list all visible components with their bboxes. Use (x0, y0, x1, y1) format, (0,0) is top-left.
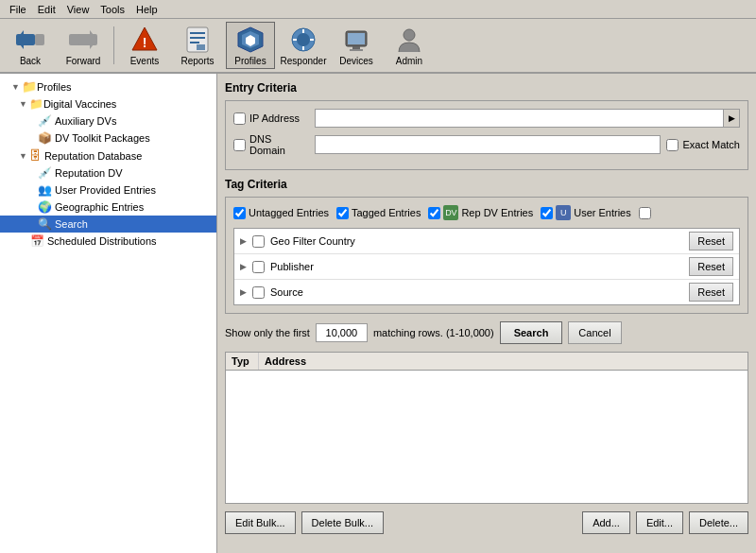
extra-checkbox[interactable] (639, 207, 651, 219)
delete-button[interactable]: Delete... (689, 511, 748, 534)
reports-button[interactable]: Reports (173, 22, 222, 69)
profiles-icon (235, 25, 266, 54)
source-checkbox[interactable] (252, 286, 265, 299)
ip-address-input[interactable] (315, 109, 723, 128)
expand-repdb[interactable]: ▼ (19, 151, 27, 161)
menu-view[interactable]: View (61, 2, 95, 17)
main-layout: ▼ 📁 Profiles ▼ 📁 Digital Vaccines 💉 Auxi… (0, 74, 756, 553)
ip-address-checkbox[interactable] (233, 112, 246, 125)
address-column-header: Address (259, 353, 747, 370)
menu-edit[interactable]: Edit (32, 2, 61, 17)
results-table: Typ Address (225, 352, 748, 504)
forward-button[interactable]: Forward (59, 22, 108, 69)
edit-bulk-button[interactable]: Edit Bulk... (225, 511, 296, 534)
reports-icon (182, 25, 213, 54)
svg-rect-9 (190, 32, 205, 34)
entry-criteria-title: Entry Criteria (225, 81, 748, 95)
tree-item-geographic[interactable]: 🌍 Geographic Entries (0, 199, 216, 216)
scheduled-label: Scheduled Distributions (47, 235, 157, 247)
ip-address-label: IP Address (249, 112, 300, 124)
tagged-checkbox[interactable] (336, 207, 349, 219)
svg-point-17 (297, 33, 310, 46)
bottom-buttons: Edit Bulk... Delete Bulk... Add... Edit.… (225, 511, 748, 534)
dns-domain-row: DNS Domain Exact Match (233, 133, 740, 156)
geo-filter-checkbox[interactable] (252, 235, 265, 248)
svg-marker-1 (16, 30, 24, 49)
events-button[interactable]: ! Events (120, 22, 169, 69)
svg-point-26 (404, 29, 415, 41)
tagged-label: Tagged Entries (352, 207, 421, 218)
user-entries-checkbox[interactable] (541, 207, 553, 219)
search-button[interactable]: Search (500, 321, 563, 344)
exact-match-checkbox[interactable] (666, 139, 679, 151)
rep-dv-checkbox[interactable] (428, 207, 440, 219)
tree-item-digital-vaccines[interactable]: ▼ 📁 Digital Vaccines (0, 95, 216, 112)
rep-dv-entries-check: DV Rep DV Entries (428, 205, 533, 220)
rep-dv-icon: DV (443, 205, 458, 220)
responder-label: Responder (281, 56, 327, 66)
tree-item-scheduled[interactable]: 📅 Scheduled Distributions (0, 233, 216, 250)
menu-help[interactable]: Help (130, 2, 163, 17)
expand-dv[interactable]: ▼ (19, 99, 27, 109)
search-prefix: Show only the first (225, 327, 310, 338)
geo-filter-reset-btn[interactable]: Reset (689, 232, 733, 251)
forward-label: Forward (66, 56, 101, 66)
tree-item-dv-toolkit[interactable]: 📦 DV Toolkit Packages (0, 130, 216, 147)
svg-rect-23 (348, 33, 365, 44)
entry-criteria-box: IP Address ▶ DNS Domain Exact Match (225, 100, 748, 170)
publisher-expand-icon[interactable]: ▶ (240, 262, 247, 271)
menu-file[interactable]: File (4, 2, 32, 17)
tree-item-user-provided[interactable]: 👥 User Provided Entries (0, 181, 216, 199)
toolbar-separator (113, 26, 114, 64)
responder-button[interactable]: Responder (279, 22, 328, 69)
svg-marker-5 (90, 30, 97, 49)
left-panel: ▼ 📁 Profiles ▼ 📁 Digital Vaccines 💉 Auxi… (0, 74, 217, 553)
source-reset-btn[interactable]: Reset (689, 283, 733, 302)
dns-domain-checkbox[interactable] (233, 139, 246, 151)
profiles-button[interactable]: Profiles (226, 22, 275, 69)
source-label: Source (270, 286, 303, 298)
ip-address-arrow-btn[interactable]: ▶ (723, 109, 740, 128)
edit-button[interactable]: Edit... (636, 511, 683, 534)
exact-match-label: Exact Match (682, 139, 740, 150)
dv-toolkit-label: DV Toolkit Packages (55, 132, 150, 144)
geographic-label: Geographic Entries (55, 201, 144, 213)
untagged-checkbox[interactable] (233, 207, 246, 219)
reputation-database-label: Reputation Database (44, 150, 142, 162)
events-icon: ! (129, 25, 160, 54)
delete-bulk-button[interactable]: Delete Bulk... (301, 511, 384, 534)
untagged-label: Untagged Entries (249, 207, 329, 218)
geo-expand-icon[interactable]: ▶ (240, 236, 247, 246)
geo-filter-label: Geo Filter Country (270, 235, 355, 247)
tree-item-reputation-database[interactable]: ▼ 🗄 Reputation Database (0, 147, 216, 164)
add-button[interactable]: Add... (582, 511, 630, 534)
menu-tools[interactable]: Tools (94, 2, 130, 17)
svg-text:!: ! (143, 35, 147, 50)
back-icon (15, 25, 45, 54)
admin-button[interactable]: Admin (385, 22, 434, 69)
auxiliary-dvs-icon: 💉 (38, 114, 52, 128)
reputation-db-icon: 🗄 (29, 148, 42, 163)
cancel-button[interactable]: Cancel (568, 321, 621, 344)
svg-rect-2 (35, 34, 44, 45)
tree-item-auxiliary-dvs[interactable]: 💉 Auxiliary DVs (0, 112, 216, 130)
tree-item-reputation-dv[interactable]: 💉 Reputation DV (0, 164, 216, 181)
expand-profiles[interactable]: ▼ (11, 82, 20, 92)
extra-check (639, 207, 651, 219)
publisher-reset-btn[interactable]: Reset (689, 257, 733, 276)
search-label: Search (55, 218, 88, 230)
untagged-entries-check: Untagged Entries (233, 207, 329, 219)
dns-domain-input[interactable] (315, 135, 661, 154)
devices-button[interactable]: Devices (332, 22, 381, 69)
svg-rect-10 (190, 37, 205, 39)
tag-criteria-title: Tag Criteria (225, 178, 748, 191)
rows-count-input[interactable] (316, 323, 368, 342)
right-panel: Entry Criteria IP Address ▶ DNS Domain (217, 74, 756, 553)
source-expand-icon[interactable]: ▶ (240, 287, 247, 297)
events-label: Events (130, 56, 160, 66)
publisher-checkbox[interactable] (252, 261, 265, 273)
back-label: Back (20, 56, 41, 66)
back-button[interactable]: Back (6, 22, 55, 69)
tree-item-search[interactable]: 🔍 Search (0, 216, 216, 233)
tree-item-profiles[interactable]: ▼ 📁 Profiles (0, 78, 216, 95)
